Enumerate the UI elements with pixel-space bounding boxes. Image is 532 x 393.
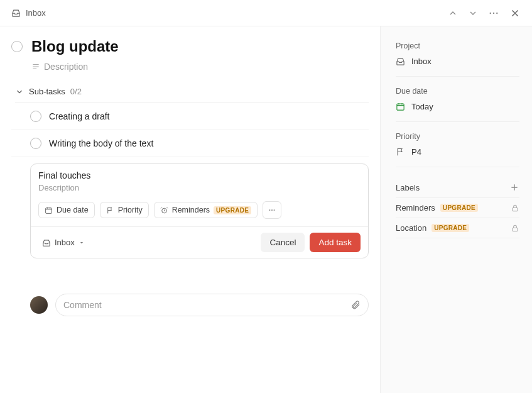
- avatar: [30, 296, 48, 314]
- inbox-icon: [42, 238, 51, 247]
- subtask-title: Creating a draft: [49, 111, 110, 121]
- next-task-button[interactable]: [468, 8, 478, 18]
- lock-icon: [511, 224, 519, 233]
- svg-rect-3: [46, 208, 52, 213]
- more-chip-button[interactable]: [263, 201, 281, 219]
- svg-point-7: [274, 209, 275, 211]
- more-options-button[interactable]: [488, 8, 499, 19]
- reminders-label: Reminders: [396, 203, 435, 213]
- due-date-label: Due date: [396, 87, 519, 96]
- cancel-button[interactable]: Cancel: [261, 233, 305, 252]
- inbox-icon: [396, 57, 405, 66]
- svg-point-5: [269, 209, 271, 211]
- subtasks-label: Sub-tasks: [29, 87, 65, 96]
- svg-point-6: [271, 209, 273, 211]
- project-value-text: Inbox: [411, 57, 432, 66]
- svg-rect-8: [397, 104, 404, 110]
- comment-input[interactable]: Comment: [55, 294, 369, 316]
- alarm-icon: [160, 206, 168, 214]
- calendar-icon: [396, 102, 405, 111]
- svg-point-0: [490, 12, 491, 13]
- svg-rect-10: [513, 228, 518, 231]
- upgrade-badge: UPGRADE: [214, 206, 251, 214]
- task-complete-checkbox[interactable]: [11, 41, 23, 52]
- task-header: Blog update: [11, 38, 369, 55]
- caret-down-icon: [79, 240, 85, 246]
- priority-label: Priority: [396, 132, 519, 141]
- close-button[interactable]: [509, 8, 521, 19]
- priority-value[interactable]: P4: [396, 147, 519, 157]
- project-selector-label: Inbox: [55, 238, 75, 247]
- subtasks-count: 0/2: [70, 87, 82, 96]
- subtask-row[interactable]: Writing the body of the text: [11, 130, 369, 157]
- reminders-chip-label: Reminders: [172, 206, 210, 214]
- new-task-description-input[interactable]: Description: [38, 183, 361, 192]
- upgrade-badge: UPGRADE: [432, 224, 469, 232]
- comment-placeholder: Comment: [63, 300, 102, 310]
- due-date-chip[interactable]: Due date: [38, 202, 95, 218]
- upgrade-badge: UPGRADE: [440, 204, 478, 212]
- subtask-checkbox[interactable]: [30, 138, 41, 149]
- chevron-down-icon: [15, 87, 24, 96]
- priority-chip-label: Priority: [118, 206, 143, 214]
- flag-icon: [396, 147, 405, 157]
- add-label-button[interactable]: [509, 182, 519, 192]
- attachment-icon[interactable]: [350, 300, 361, 310]
- details-sidebar: Project Inbox Due date Today Priority: [380, 26, 532, 393]
- subtask-row[interactable]: Creating a draft: [11, 103, 369, 130]
- prev-task-button[interactable]: [448, 8, 458, 18]
- project-label: Project: [396, 42, 519, 50]
- description-icon: [31, 62, 40, 71]
- breadcrumb-label: Inbox: [26, 8, 46, 18]
- due-date-value[interactable]: Today: [396, 102, 519, 111]
- lock-icon: [511, 204, 519, 213]
- main-panel: Blog update Description Sub-tasks 0/2 Cr…: [0, 26, 380, 393]
- project-selector[interactable]: Inbox: [38, 235, 89, 250]
- reminders-chip[interactable]: Reminders UPGRADE: [154, 202, 258, 218]
- location-label: Location: [396, 223, 426, 233]
- location-row[interactable]: Location UPGRADE: [396, 218, 519, 238]
- flag-icon: [106, 206, 114, 214]
- top-bar: Inbox: [0, 0, 532, 26]
- labels-row[interactable]: Labels: [396, 177, 519, 198]
- subtask-title: Writing the body of the text: [49, 138, 153, 148]
- svg-point-1: [493, 12, 494, 13]
- task-title[interactable]: Blog update: [31, 38, 119, 55]
- svg-rect-9: [513, 208, 518, 211]
- subtasks-toggle[interactable]: Sub-tasks 0/2: [15, 87, 369, 103]
- priority-value-text: P4: [411, 147, 421, 157]
- svg-point-2: [496, 12, 497, 13]
- project-value[interactable]: Inbox: [396, 57, 519, 66]
- inbox-icon: [11, 8, 21, 18]
- calendar-icon: [45, 206, 53, 214]
- reminders-row[interactable]: Reminders UPGRADE: [396, 198, 519, 218]
- task-description-placeholder: Description: [44, 62, 88, 72]
- new-subtask-composer: Final touches Description Due date Prior…: [30, 163, 369, 258]
- task-description-field[interactable]: Description: [31, 62, 369, 72]
- comment-section: Comment: [30, 294, 369, 316]
- add-task-button[interactable]: Add task: [310, 233, 361, 252]
- subtask-checkbox[interactable]: [30, 111, 41, 122]
- due-date-value-text: Today: [411, 102, 433, 111]
- breadcrumb[interactable]: Inbox: [11, 8, 46, 18]
- due-date-chip-label: Due date: [57, 206, 89, 214]
- priority-chip[interactable]: Priority: [100, 202, 149, 218]
- labels-label: Labels: [396, 183, 420, 192]
- new-task-title-input[interactable]: Final touches: [38, 170, 361, 180]
